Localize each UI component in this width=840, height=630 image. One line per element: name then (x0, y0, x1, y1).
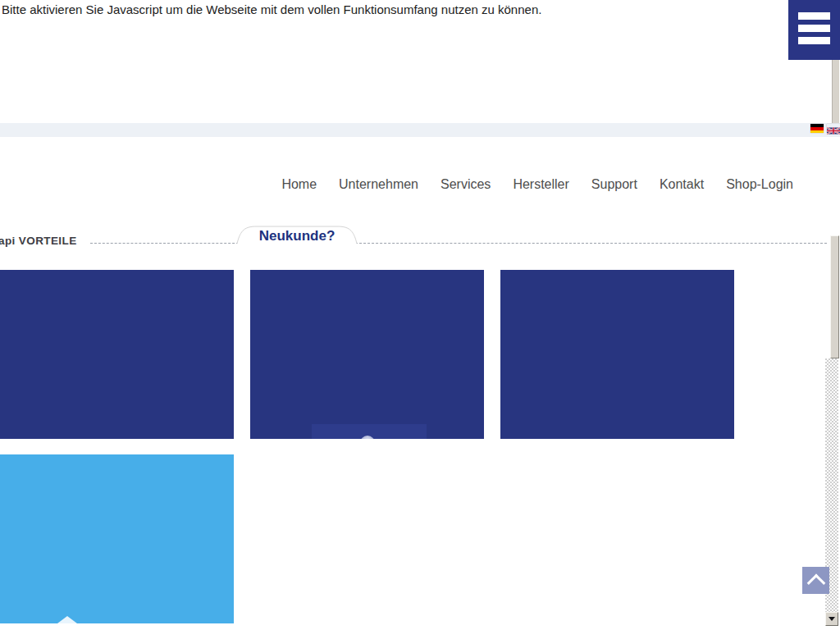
section-label-api-vorteile: api VORTEILE (0, 235, 77, 247)
chevron-up-icon (806, 573, 825, 592)
nav-item-unternehmen[interactable]: Unternehmen (339, 177, 418, 192)
dashed-divider (90, 243, 243, 244)
card-triangle-decoration (54, 616, 80, 623)
scrollbar-upper-segment[interactable] (832, 60, 839, 123)
nav-item-shop-login[interactable]: Shop-Login (726, 177, 793, 192)
promo-card-2[interactable] (250, 270, 484, 439)
scrollbar-down-button[interactable] (825, 612, 838, 626)
promo-card-4[interactable] (0, 454, 234, 623)
dashed-divider (351, 243, 827, 244)
scrollbar-thumb[interactable] (830, 235, 839, 358)
nav-item-kontakt[interactable]: Kontakt (660, 177, 704, 192)
javascript-notice: Bitte aktivieren Sie Javascript um die W… (2, 2, 541, 16)
nav-item-services[interactable]: Services (441, 177, 491, 192)
scroll-to-top-button[interactable] (802, 567, 829, 594)
tab-neukunde-label: Neukunde? (236, 228, 358, 244)
promo-card-1[interactable] (0, 270, 234, 439)
page: Bitte aktivieren Sie Javascript um die W… (0, 0, 840, 630)
flag-stripe (810, 130, 824, 133)
hamburger-bar (798, 25, 830, 32)
hamburger-bar (798, 12, 830, 20)
hamburger-bar (798, 37, 830, 44)
union-jack-icon (827, 126, 840, 135)
nav-item-hersteller[interactable]: Hersteller (513, 177, 568, 192)
promo-card-3[interactable] (500, 270, 734, 439)
uk-flag[interactable] (827, 124, 840, 133)
german-flag[interactable] (810, 124, 824, 133)
nav-item-home[interactable]: Home (281, 177, 317, 192)
tab-neukunde[interactable]: Neukunde? (236, 225, 358, 244)
language-bar (0, 123, 840, 137)
menu-button[interactable] (788, 0, 840, 60)
main-navigation: Home Unternehmen Services Hersteller Sup… (281, 177, 793, 192)
triangle-down-icon (829, 617, 835, 621)
nav-item-support[interactable]: Support (591, 177, 637, 192)
